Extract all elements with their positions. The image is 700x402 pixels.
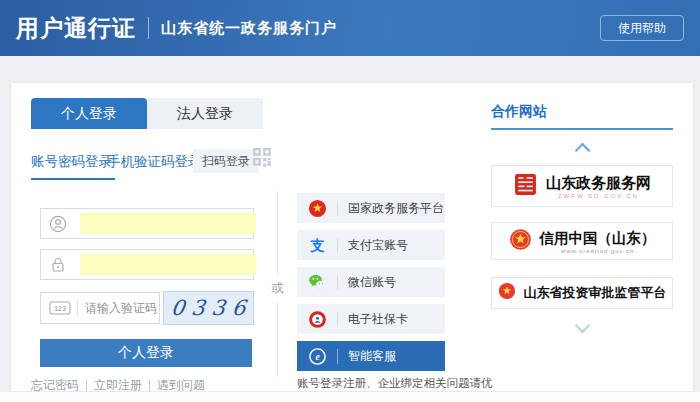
partner-name: 信用中国（山东） bbox=[540, 229, 656, 248]
captcha-field: 123 bbox=[40, 292, 160, 324]
portal-subtitle: 山东省统一政务服务门户 bbox=[161, 19, 337, 38]
chevron-down-icon[interactable] bbox=[575, 318, 591, 334]
active-method-underline bbox=[31, 178, 115, 180]
username-field bbox=[40, 208, 254, 239]
partners-title-underline bbox=[491, 128, 673, 130]
personal-login-button[interactable]: 个人登录 bbox=[40, 339, 252, 367]
national-emblem-icon bbox=[498, 282, 516, 304]
red-seal-icon bbox=[513, 172, 538, 201]
partners-title: 合作网站 bbox=[491, 103, 547, 121]
page-bottom-strip bbox=[0, 392, 700, 402]
tab-personal-login[interactable]: 个人登录 bbox=[31, 98, 147, 129]
partner-shandong-gov-service[interactable]: 山东政务服务网 ZWFW.SD.GOV.CN bbox=[491, 165, 673, 207]
link-divider bbox=[149, 380, 150, 391]
user-icon bbox=[49, 215, 67, 233]
third-party-wechat[interactable]: 微信账号 bbox=[297, 267, 445, 297]
partner-name: 山东政务服务网 bbox=[546, 174, 651, 193]
password-input[interactable] bbox=[80, 254, 256, 275]
app-title: 用户通行证 bbox=[16, 13, 136, 44]
chevron-up-icon[interactable] bbox=[575, 143, 591, 159]
lock-icon bbox=[49, 256, 67, 274]
smart-service-icon: e bbox=[308, 347, 327, 366]
partner-name: 山东省投资审批监管平台 bbox=[524, 284, 667, 302]
or-label: 或 bbox=[269, 275, 286, 302]
item-divider bbox=[337, 312, 338, 327]
item-divider bbox=[337, 349, 338, 364]
svg-text:e: e bbox=[315, 351, 320, 361]
third-party-label: 电子社保卡 bbox=[348, 311, 408, 328]
third-party-label: 智能客服 bbox=[348, 348, 396, 365]
password-field bbox=[40, 249, 254, 280]
captcha-code: 0336 bbox=[163, 296, 253, 320]
national-emblem-icon bbox=[509, 228, 532, 255]
item-divider bbox=[337, 238, 338, 253]
third-party-smart-service[interactable]: e 智能客服 bbox=[297, 341, 445, 371]
tab-corporate-login[interactable]: 法人登录 bbox=[147, 98, 263, 129]
qr-code-icon[interactable] bbox=[251, 147, 273, 169]
svg-text:支: 支 bbox=[309, 237, 324, 253]
item-divider bbox=[337, 275, 338, 290]
method-password-login[interactable]: 账号密码登录 bbox=[31, 153, 112, 173]
partner-investment-approval-platform[interactable]: 山东省投资审批监管平台 bbox=[491, 277, 673, 309]
method-sms-login[interactable]: 手机验证码登录 bbox=[107, 153, 202, 173]
third-party-national-platform[interactable]: 国家政务服务平台 bbox=[297, 193, 445, 223]
third-party-social-security-card[interactable]: 电子社保卡 bbox=[297, 304, 445, 334]
field-divider bbox=[77, 300, 78, 316]
third-party-label: 微信账号 bbox=[348, 274, 396, 291]
header-divider bbox=[148, 17, 149, 39]
help-button[interactable]: 使用帮助 bbox=[600, 15, 684, 41]
partner-url: www.creditsd.gov.cn bbox=[540, 248, 656, 254]
username-input[interactable] bbox=[80, 213, 256, 234]
method-scan-login[interactable]: 扫码登录 bbox=[193, 149, 259, 173]
captcha-input[interactable] bbox=[85, 298, 159, 318]
social-security-card-icon bbox=[308, 310, 327, 329]
svg-text:123: 123 bbox=[54, 305, 66, 312]
partner-url: ZWFW.SD.GOV.CN bbox=[546, 193, 651, 199]
page: 用户通行证 山东省统一政务服务门户 使用帮助 个人登录 法人登录 账号密码登录 … bbox=[0, 0, 700, 402]
wechat-icon bbox=[308, 273, 327, 292]
national-emblem-icon bbox=[308, 199, 327, 218]
header: 用户通行证 山东省统一政务服务门户 使用帮助 bbox=[0, 0, 700, 56]
number-pad-icon: 123 bbox=[49, 300, 71, 316]
third-party-label: 支付宝账号 bbox=[348, 237, 408, 254]
service-note-line1: 账号登录注册、企业绑定相关问题请优 bbox=[297, 376, 469, 391]
third-party-label: 国家政务服务平台 bbox=[348, 200, 444, 217]
link-divider bbox=[86, 380, 87, 391]
partner-credit-china[interactable]: 信用中国（山东） www.creditsd.gov.cn bbox=[491, 222, 673, 260]
alipay-icon: 支 bbox=[308, 236, 327, 255]
third-party-alipay[interactable]: 支 支付宝账号 bbox=[297, 230, 445, 260]
item-divider bbox=[337, 201, 338, 216]
captcha-image[interactable]: 0336 bbox=[163, 291, 254, 325]
login-card: 个人登录 法人登录 账号密码登录 手机验证码登录 扫码登录 bbox=[10, 82, 694, 392]
